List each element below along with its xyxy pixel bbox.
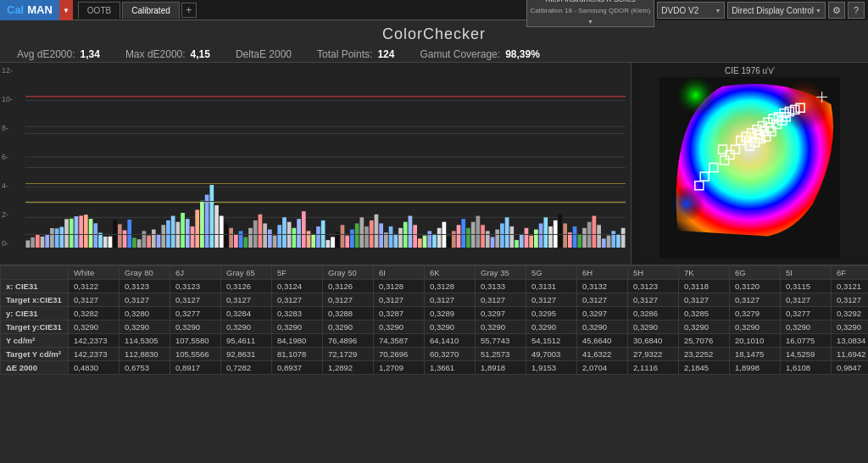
cell-1-4: 0,3127 <box>272 293 323 307</box>
cell-0-8: 0,3133 <box>476 280 526 293</box>
col-header-label <box>1 266 69 280</box>
cell-3-1: 0,3290 <box>120 321 170 334</box>
col-header-1: Gray 80 <box>120 266 170 280</box>
cell-2-8: 0,3297 <box>476 307 526 321</box>
cell-2-14: 0,3277 <box>781 307 832 321</box>
help-button[interactable]: ? <box>848 2 865 19</box>
device-dropdown-control[interactable]: Direct Display Control ▼ <box>727 2 826 19</box>
cell-2-1: 0,3280 <box>120 307 170 321</box>
cell-0-0: 0,3122 <box>69 280 120 293</box>
cell-3-0: 0,3290 <box>69 321 120 334</box>
device-control-text: Direct Display Control <box>732 6 814 15</box>
cell-6-15: 0,9847 <box>832 361 869 375</box>
cie-title: CIE 1976 u'v' <box>725 66 775 75</box>
cell-0-10: 0,3132 <box>577 280 628 293</box>
cell-1-1: 0,3127 <box>120 293 170 307</box>
cell-0-14: 0,3115 <box>781 280 832 293</box>
row-label-5: Target Y cd/m² <box>1 348 69 361</box>
cell-4-15: 13,0834 <box>832 334 869 348</box>
app-menu-arrow[interactable]: ▼ <box>59 0 73 20</box>
y-label-6: 6- <box>2 153 13 161</box>
row-label-3: Target y:CIE31 <box>1 321 69 334</box>
cell-4-10: 45,6640 <box>577 334 628 348</box>
col-header-2: 6J <box>170 266 221 280</box>
cell-3-11: 0,3290 <box>628 321 679 334</box>
cell-0-5: 0,3126 <box>323 280 374 293</box>
cell-2-13: 0,3279 <box>730 307 781 321</box>
cell-5-2: 105,5566 <box>170 348 221 361</box>
bar-chart: 12- 10- 8- 6- 4- 2- 0- <box>0 63 631 265</box>
data-table-wrapper[interactable]: WhiteGray 806JGray 655FGray 506I6KGray 3… <box>0 265 868 375</box>
col-header-5: Gray 50 <box>323 266 374 280</box>
col-header-7: 6K <box>425 266 476 280</box>
settings-button[interactable]: ⚙ <box>828 2 845 19</box>
tab-add-button[interactable]: + <box>181 3 197 18</box>
cell-3-15: 0,3290 <box>832 321 869 334</box>
cell-0-13: 0,3120 <box>730 280 781 293</box>
cell-0-7: 0,3128 <box>425 280 476 293</box>
tab-bar: OOTB Calibrated + <box>73 0 526 20</box>
cie-canvas-wrapper <box>635 77 865 261</box>
table-row: ΔE 20000,48300,67530,89170,72820,89371,2… <box>1 361 869 375</box>
grid-line-10 <box>25 100 626 101</box>
cell-6-11: 2,1116 <box>628 361 679 375</box>
cell-0-15: 0,3121 <box>832 280 869 293</box>
cell-4-12: 25,7076 <box>679 334 730 348</box>
cell-3-5: 0,3290 <box>323 321 374 334</box>
cell-4-13: 20,1010 <box>730 334 781 348</box>
device-dropdown-meter[interactable]: Klein Instruments K Series Calibration 1… <box>526 0 655 27</box>
cell-1-10: 0,3127 <box>577 293 628 307</box>
cell-6-14: 1,6108 <box>781 361 832 375</box>
col-header-6: 6I <box>374 266 425 280</box>
col-header-14: 5I <box>781 266 832 280</box>
cell-5-15: 11,6942 <box>832 348 869 361</box>
cell-3-10: 0,3290 <box>577 321 628 334</box>
cell-1-3: 0,3127 <box>221 293 272 307</box>
cell-2-9: 0,3295 <box>526 307 577 321</box>
cell-4-3: 95,4611 <box>221 334 272 348</box>
cell-0-3: 0,3126 <box>221 280 272 293</box>
grid-line-6 <box>25 167 626 168</box>
stats-row: Avg dE2000: 1,34 Max dE2000: 4,15 DeltaE… <box>0 47 868 62</box>
device-meter-line2: Calibration 18 - Samsung QDOR (Klein) <box>531 7 651 15</box>
cie-diagram: CIE 1976 u'v' <box>631 63 868 265</box>
page-title: ColorChecker <box>382 25 486 42</box>
cell-6-3: 0,7282 <box>221 361 272 375</box>
y-axis-labels: 12- 10- 8- 6- 4- 2- 0- <box>2 66 13 248</box>
cell-2-11: 0,3286 <box>628 307 679 321</box>
device-control-arrow: ▼ <box>815 8 821 14</box>
table-row: Y cd/m²142,2373114,5305107,558095,461184… <box>1 334 869 348</box>
tab-ootb[interactable]: OOTB <box>78 2 120 19</box>
cell-4-0: 142,2373 <box>69 334 120 348</box>
cell-4-2: 107,5580 <box>170 334 221 348</box>
cell-1-6: 0,3127 <box>374 293 425 307</box>
cell-2-12: 0,3285 <box>679 307 730 321</box>
delta-label: DeltaE 2000 <box>236 48 292 60</box>
cell-3-7: 0,3290 <box>425 321 476 334</box>
cell-2-4: 0,3283 <box>272 307 323 321</box>
cell-3-13: 0,3290 <box>730 321 781 334</box>
device-dropdown-source[interactable]: DVDO V2 ▼ <box>657 2 725 19</box>
row-label-4: Y cd/m² <box>1 334 69 348</box>
table-row: x: CIE310,31220,31230,31230,31260,31240,… <box>1 280 869 293</box>
cell-3-14: 0,3290 <box>781 321 832 334</box>
cell-0-11: 0,3123 <box>628 280 679 293</box>
cell-2-10: 0,3297 <box>577 307 628 321</box>
data-table: WhiteGray 806JGray 655FGray 506I6KGray 3… <box>0 265 868 375</box>
cell-4-7: 64,1410 <box>425 334 476 348</box>
cell-1-11: 0,3127 <box>628 293 679 307</box>
cell-1-8: 0,3127 <box>476 293 526 307</box>
cell-4-8: 55,7743 <box>476 334 526 348</box>
max-de2000-label: Max dE2000: <box>125 48 186 60</box>
device-meter-line1: Klein Instruments K Series <box>545 0 635 5</box>
app-title-text: Cal <box>7 0 24 20</box>
chart-cie-row: 12- 10- 8- 6- 4- 2- 0- CIE 1976 u'v' <box>0 62 868 265</box>
cell-5-13: 18,1475 <box>730 348 781 361</box>
cell-0-6: 0,3128 <box>374 280 425 293</box>
avg-de2000-value: 1,34 <box>81 48 100 60</box>
cell-4-5: 76,4896 <box>323 334 374 348</box>
cell-3-3: 0,3290 <box>221 321 272 334</box>
cell-2-0: 0,3282 <box>69 307 120 321</box>
cell-3-4: 0,3290 <box>272 321 323 334</box>
tab-calibrated[interactable]: Calibrated <box>122 2 180 19</box>
